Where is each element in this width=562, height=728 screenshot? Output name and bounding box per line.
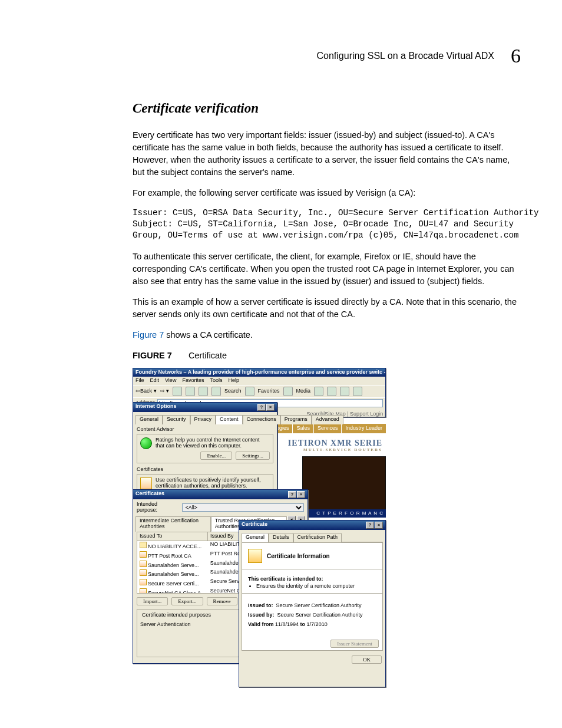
intended-purpose-row: Intended purpose: <All>	[137, 502, 304, 513]
stop-icon[interactable]	[173, 387, 182, 396]
brand-subtitle: MULTI-SERVICE ROUTERS	[303, 448, 382, 453]
home-icon[interactable]	[199, 387, 208, 396]
ie-menubar: File Edit View Favorites Tools Help	[133, 377, 385, 385]
page-header: Configuring SSL on a Brocade Virtual ADX…	[133, 41, 521, 70]
settings-button[interactable]: Settings...	[236, 452, 270, 460]
certificates-text: Use certificates to positively identify …	[156, 477, 270, 489]
certificate-info-title: Certificate Information	[267, 553, 330, 559]
content-advisor-text: Ratings help you control the Internet co…	[156, 437, 270, 449]
internet-options-tabs: General Security Privacy Content Connect…	[135, 414, 275, 424]
paragraph: Figure 7 shows a CA certificate.	[133, 329, 521, 341]
valid-to-label: to	[300, 621, 306, 627]
ie-title: Foundry Networks – A leading provider of…	[135, 370, 385, 375]
nav-item[interactable]: Sales	[292, 424, 313, 433]
ok-button[interactable]: OK	[352, 655, 382, 664]
favorites-label: Favorites	[258, 388, 280, 394]
tab-privacy[interactable]: Privacy	[190, 415, 216, 424]
paragraph: For example, the following server certif…	[133, 187, 521, 199]
column-issued-to[interactable]: Issued To	[137, 532, 208, 541]
paragraph: This is an example of how a server certi…	[133, 296, 521, 321]
nav-item[interactable]: Industry Leader	[341, 424, 386, 433]
issued-to-value: Secure Server Certification Authority	[276, 602, 362, 608]
valid-to-value: 1/7/2010	[307, 621, 328, 627]
certificate-meta: Issued to: Secure Server Certification A…	[242, 594, 382, 637]
brand-title: IETIRON XMR SERIE	[288, 439, 382, 447]
search-icon[interactable]	[211, 387, 221, 396]
content-advisor-box: Ratings help you control the Internet co…	[137, 434, 273, 463]
export-button[interactable]: Export...	[171, 597, 203, 605]
document-page: Configuring SSL on a Brocade Virtual ADX…	[0, 0, 562, 728]
menu-help[interactable]: Help	[228, 378, 239, 384]
tab-security[interactable]: Security	[163, 415, 190, 424]
import-button[interactable]: Import...	[137, 597, 168, 605]
valid-from-label: Valid from	[248, 621, 274, 627]
help-icon[interactable]: ?	[366, 522, 374, 529]
issued-by-label: Issued by:	[248, 612, 275, 618]
paragraph: Every certificate has two very important…	[133, 129, 521, 179]
issuer-statement-button[interactable]: Issuer Statement	[330, 640, 379, 648]
tab-programs[interactable]: Programs	[280, 415, 312, 424]
text: shows a CA certificate.	[164, 330, 253, 340]
figure-title: Certificate	[189, 350, 227, 362]
refresh-icon[interactable]	[186, 387, 195, 396]
group-certificates: Certificates	[137, 467, 273, 473]
remove-button[interactable]: Remove	[207, 597, 237, 605]
figure-reference[interactable]: Figure 7	[133, 330, 164, 340]
menu-edit[interactable]: Edit	[150, 378, 160, 384]
search-label: Search	[224, 388, 242, 394]
tab-cert-details[interactable]: Details	[269, 533, 293, 542]
menu-tools[interactable]: Tools	[210, 378, 222, 384]
forward-button[interactable]: ⇨ ▾	[160, 388, 170, 394]
figure-label: FIGURE 7	[133, 350, 172, 362]
certificate-body: This certificate is intended to: Ensures…	[242, 569, 382, 593]
ie-titlebar: Foundry Networks – A leading provider of…	[133, 368, 385, 377]
certificate-tabs: General Details Certification Path	[242, 532, 383, 542]
enable-button[interactable]: Enable...	[200, 452, 232, 460]
intended-purpose-label: Intended purpose:	[137, 502, 178, 513]
menu-favorites[interactable]: Favorites	[182, 378, 204, 384]
certificates-titlebar: Certificates ?×	[133, 490, 308, 499]
tab-cert-general[interactable]: General	[242, 533, 269, 542]
close-icon[interactable]: ×	[375, 522, 383, 529]
back-button[interactable]: ⇦Back ▾	[135, 388, 157, 394]
help-icon[interactable]: ?	[288, 491, 296, 498]
intended-purpose-select[interactable]: <All>	[182, 503, 304, 512]
media-icon[interactable]	[283, 387, 293, 396]
issued-to-label: Issued to:	[248, 602, 273, 608]
figure-screenshot: Foundry Networks – A leading provider of…	[133, 368, 386, 686]
close-icon[interactable]: ×	[266, 404, 275, 411]
tab-intermediate-ca[interactable]: Intermediate Certification Authorities	[135, 516, 211, 532]
globe-icon	[140, 437, 152, 449]
certificate-info-header: Certificate Information	[242, 543, 382, 569]
history-icon[interactable]	[314, 387, 323, 396]
certificate-titlebar: Certificate ?×	[239, 521, 385, 530]
print-icon[interactable]	[340, 387, 349, 396]
certificate-purpose-bullet: Ensures the identity of a remote compute…	[256, 584, 376, 589]
mail-icon[interactable]	[327, 387, 336, 396]
certificate-icon	[140, 477, 152, 489]
internet-options-dialog: Internet Options ?× General Security Pri…	[133, 402, 277, 493]
section-title: Certificate verification	[133, 98, 521, 118]
tab-general[interactable]: General	[135, 415, 163, 424]
tab-connections[interactable]: Connections	[243, 415, 280, 424]
certificate-dialog: Certificate ?× General Details Certifica…	[239, 520, 386, 687]
tab-advanced[interactable]: Advanced	[312, 415, 343, 424]
internet-options-title: Internet Options	[135, 404, 177, 411]
tab-content[interactable]: Content	[216, 415, 243, 424]
product-image	[302, 456, 386, 510]
media-label: Media	[296, 388, 311, 394]
code-block: Issuer: C=US, O=RSA Data Security, Inc.,…	[133, 207, 521, 242]
certificate-intended-label: This certificate is intended to:	[248, 577, 376, 582]
menu-file[interactable]: File	[135, 378, 144, 384]
favorites-icon[interactable]	[245, 387, 254, 396]
help-icon[interactable]: ?	[257, 404, 266, 411]
header-section: Configuring SSL on a Brocade Virtual ADX	[316, 49, 494, 62]
ie-toolbar: ⇦Back ▾ ⇨ ▾ Search Favorites Media	[133, 385, 385, 397]
close-icon[interactable]: ×	[297, 491, 305, 498]
edit-icon[interactable]	[353, 387, 362, 396]
tab-cert-path[interactable]: Certification Path	[293, 533, 342, 542]
menu-view[interactable]: View	[165, 378, 176, 384]
nav-item[interactable]: Services	[313, 424, 342, 433]
certificate-large-icon	[248, 549, 262, 563]
intended-purposes-header: Certificate intended purposes	[140, 612, 213, 618]
